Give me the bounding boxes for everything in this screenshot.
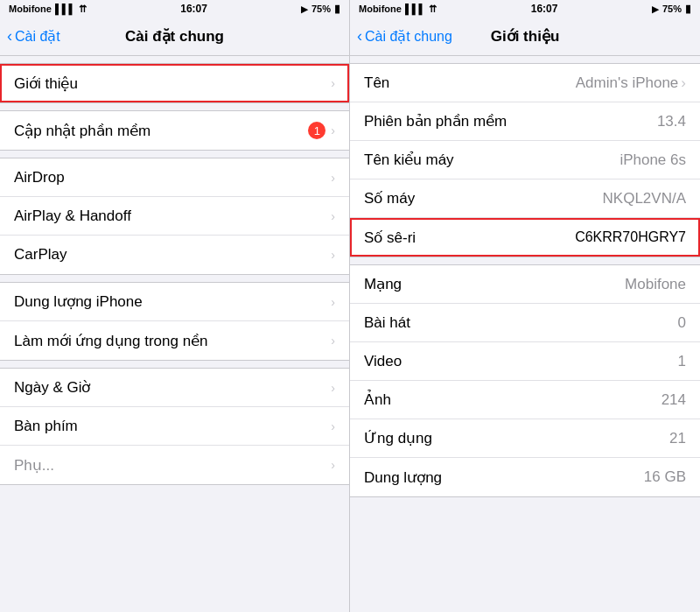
left-label-airdrop: AirDrop (14, 169, 331, 186)
right-value-so-may: NKQL2VN/A (603, 190, 686, 208)
right-signal-icon: ▌▌▌ (405, 4, 425, 14)
left-row-ban-phim[interactable]: Bàn phím › (0, 407, 349, 446)
right-section-1: Tên Admin's iPhone › Phiên bản phần mềm … (350, 63, 700, 257)
chevron-icon-carplay: › (331, 248, 335, 262)
right-label-anh: Ảnh (364, 390, 662, 409)
left-status-left: Mobifone ▌▌▌ ⇈ (9, 4, 87, 15)
left-row-lam-moi[interactable]: Làm mới ứng dụng trong nền › (0, 321, 349, 360)
left-row-dung-luong[interactable]: Dung lượng iPhone › (0, 283, 349, 321)
left-settings-list: Giới thiệu › Cập nhật phần mềm 1 › AirDr… (0, 56, 349, 612)
left-row-gioi-thieu[interactable]: Giới thiệu › (0, 64, 349, 102)
left-battery-pct: 75% (312, 4, 331, 14)
right-row-so-may: Số máy NKQL2VN/A (350, 179, 700, 218)
right-wifi-icon: ⇈ (429, 4, 437, 15)
left-wifi-icon: ⇈ (79, 4, 87, 15)
right-value-phien-ban: 13.4 (657, 113, 686, 130)
right-section-2: Mạng Mobifone Bài hát 0 Video 1 Ảnh 214 … (350, 264, 700, 497)
right-row-phien-ban: Phiên bản phần mềm 13.4 (350, 102, 700, 141)
right-value-ten-kieu-may: iPhone 6s (620, 151, 686, 169)
right-label-phien-ban: Phiên bản phần mềm (364, 112, 657, 130)
right-value-mang: Mobifone (625, 276, 686, 293)
left-label-airplay: AirPlay & Handoff (14, 208, 331, 225)
left-row-ngay-gio[interactable]: Ngày & Giờ › (0, 369, 349, 407)
right-label-ten: Tên (364, 74, 576, 92)
chevron-icon-phu: › (331, 458, 335, 472)
right-label-video: Video (364, 353, 678, 370)
left-back-button[interactable]: ‹ Cài đặt (7, 27, 60, 46)
right-row-anh: Ảnh 214 (350, 381, 700, 419)
right-battery-icon: ▮ (685, 3, 691, 15)
left-label-ban-phim: Bàn phím (14, 418, 331, 435)
right-value-so-se-ri: C6KRR70HGRY7 (575, 229, 686, 245)
left-nav-bar: ‹ Cài đặt Cài đặt chung (0, 18, 349, 56)
chevron-icon-ban-phim: › (331, 419, 335, 433)
left-label-dung-luong: Dung lượng iPhone (14, 292, 331, 311)
right-battery-pct: 75% (662, 4, 682, 14)
right-row-video: Video 1 (350, 342, 700, 381)
chevron-icon-gioi-thieu: › (331, 76, 335, 90)
right-value-anh: 214 (662, 391, 686, 409)
left-section-5: Ngày & Giờ › Bàn phím › Phụ... › (0, 368, 349, 485)
left-status-right: ▶ 75% ▮ (301, 3, 340, 15)
right-row-so-se-ri: Số sê-ri C6KRR70HGRY7 (350, 218, 700, 257)
chevron-icon-dung-luong: › (331, 295, 335, 309)
left-row-airdrop[interactable]: AirDrop › (0, 158, 349, 197)
left-badge-cap-nhat: 1 (308, 122, 326, 139)
right-status-right: ▶ 75% ▮ (652, 3, 691, 15)
left-panel: Mobifone ▌▌▌ ⇈ 16:07 ▶ 75% ▮ ‹ Cài đặt C… (0, 0, 350, 612)
right-gps-icon: ▶ (652, 4, 659, 14)
right-row-ten[interactable]: Tên Admin's iPhone › (350, 64, 700, 102)
right-label-dung-luong: Dung lượng (364, 468, 644, 487)
right-label-ung-dung: Ứng dụng (364, 429, 669, 447)
right-row-ung-dung: Ứng dụng 21 (350, 419, 700, 458)
left-row-cap-nhat[interactable]: Cập nhật phần mềm 1 › (0, 111, 349, 150)
chevron-icon-lam-moi: › (331, 334, 335, 348)
right-row-ten-kieu-may: Tên kiểu máy iPhone 6s (350, 141, 700, 179)
right-value-bai-hat: 0 (678, 314, 686, 332)
right-carrier: Mobifone (359, 4, 402, 14)
right-panel: Mobifone ▌▌▌ ⇈ 16:07 ▶ 75% ▮ ‹ Cài đặt c… (350, 0, 700, 612)
right-back-chevron-icon: ‹ (357, 27, 362, 46)
left-back-label: Cài đặt (15, 28, 60, 45)
left-label-gioi-thieu: Giới thiệu (14, 74, 331, 93)
right-back-label: Cài đặt chung (365, 28, 452, 45)
left-signal-icon: ▌▌▌ (55, 4, 75, 14)
left-label-cap-nhat: Cập nhật phần mềm (14, 122, 308, 140)
chevron-ten-icon: › (681, 74, 686, 92)
left-time: 16:07 (180, 3, 207, 15)
right-label-ten-kieu-may: Tên kiểu máy (364, 151, 620, 169)
left-row-carplay[interactable]: CarPlay › (0, 236, 349, 274)
right-row-bai-hat: Bài hát 0 (350, 304, 700, 342)
left-status-bar: Mobifone ▌▌▌ ⇈ 16:07 ▶ 75% ▮ (0, 0, 349, 18)
left-label-lam-moi: Làm mới ứng dụng trong nền (14, 332, 331, 350)
right-label-mang: Mạng (364, 275, 625, 293)
left-gps-icon: ▶ (301, 4, 308, 14)
right-detail-list: Tên Admin's iPhone › Phiên bản phần mềm … (350, 56, 700, 612)
left-row-phu[interactable]: Phụ... › (0, 446, 349, 484)
left-label-carplay: CarPlay (14, 246, 331, 264)
left-nav-title: Cài đặt chung (125, 27, 224, 46)
left-back-chevron-icon: ‹ (7, 27, 12, 46)
right-row-dung-luong: Dung lượng 16 GB (350, 458, 700, 496)
left-battery-icon: ▮ (334, 3, 340, 15)
left-section-1: Giới thiệu › (0, 63, 349, 103)
left-section-3: AirDrop › AirPlay & Handoff › CarPlay › (0, 158, 349, 275)
left-carrier: Mobifone (9, 4, 52, 14)
chevron-icon-airplay: › (331, 209, 335, 223)
right-value-video: 1 (678, 353, 686, 370)
right-nav-title: Giới thiệu (491, 27, 560, 46)
right-nav-bar: ‹ Cài đặt chung Giới thiệu (350, 18, 700, 56)
right-label-so-se-ri: Số sê-ri (364, 229, 575, 247)
left-section-2: Cập nhật phần mềm 1 › (0, 110, 349, 151)
right-value-ung-dung: 21 (669, 430, 686, 447)
right-value-ten: Admin's iPhone › (576, 74, 686, 92)
right-status-bar: Mobifone ▌▌▌ ⇈ 16:07 ▶ 75% ▮ (350, 0, 700, 18)
right-back-button[interactable]: ‹ Cài đặt chung (357, 27, 452, 46)
right-value-dung-luong: 16 GB (644, 468, 686, 486)
left-row-airplay[interactable]: AirPlay & Handoff › (0, 197, 349, 236)
right-row-mang: Mạng Mobifone (350, 265, 700, 304)
chevron-icon-cap-nhat: › (331, 123, 335, 137)
right-status-left: Mobifone ▌▌▌ ⇈ (359, 4, 437, 15)
left-label-ngay-gio: Ngày & Giờ (14, 378, 331, 397)
right-time: 16:07 (531, 3, 558, 15)
